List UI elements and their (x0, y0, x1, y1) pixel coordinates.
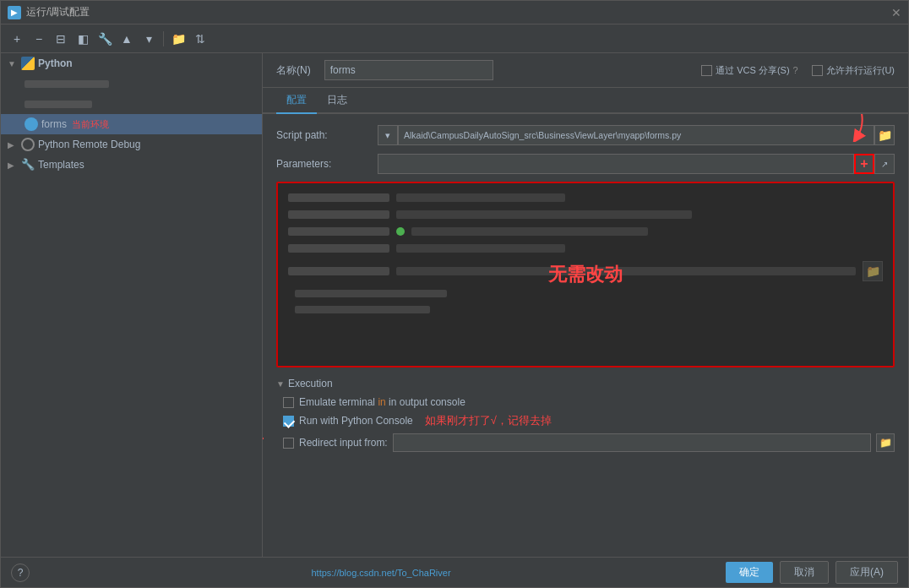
allow-parallel-row: 允许并行运行(U) (812, 64, 895, 77)
blurred-value-4 (396, 244, 565, 253)
emulate-text: Emulate terminal (299, 396, 375, 408)
vcs-help-icon[interactable]: ? (793, 65, 798, 75)
redirect-row: Redirect input from: 📁 (276, 433, 895, 452)
blurred-label-3 (288, 227, 389, 236)
sidebar-item-templates[interactable]: ▶ 🔧 Templates (1, 155, 262, 175)
script-path-input[interactable] (398, 125, 874, 145)
toolbar-separator (163, 31, 164, 46)
toolbar: + − ⊟ ◧ 🔧 ▲ ▾ 📁 ⇅ (1, 24, 908, 53)
name-label: 名称(N) (276, 63, 311, 78)
blurred-value-3 (411, 227, 648, 236)
blurred-item-1 (24, 80, 109, 88)
up-button[interactable]: ▲ (117, 30, 136, 48)
wrench-button[interactable]: 🔧 (95, 30, 114, 48)
footer: ? https://blog.csdn.net/To_ChaRiver 确定 取… (1, 557, 908, 587)
allow-parallel-checkbox[interactable] (812, 65, 823, 76)
blurred-subrow-1 (295, 290, 447, 297)
sort-button[interactable]: ⇅ (191, 30, 210, 48)
blurred-row-2 (288, 210, 883, 219)
folder-button[interactable]: 📁 (169, 30, 188, 48)
in-keyword: in (378, 396, 389, 408)
templates-label: Templates (38, 159, 84, 171)
vcs-share-checkbox[interactable] (701, 65, 712, 76)
emulate-terminal-checkbox[interactable] (283, 397, 294, 408)
parameters-label: Parameters: (276, 158, 378, 170)
add-index-arrow (819, 114, 869, 142)
sidebar-item-remote-debug[interactable]: ▶ Python Remote Debug (1, 134, 262, 155)
no-change-annotation: 无需改动 (548, 262, 623, 287)
run-console-arrow (263, 409, 272, 443)
sidebar-item-blurred1[interactable] (1, 74, 262, 94)
current-env-label: 当前环境 (72, 118, 109, 131)
templates-icon: 🔧 (21, 158, 35, 172)
blurred-subrow-2 (295, 306, 430, 313)
expand-arrow-python: ▼ (8, 58, 18, 68)
blurred-value-2 (396, 210, 692, 219)
script-path-row: Script path: ▾ 添加索引 (276, 124, 895, 146)
blurred-btn-5[interactable]: 📁 (863, 261, 883, 281)
sidebar: ▼ Python forms 当前环境 ▶ Python Remote De (1, 53, 263, 557)
dropdown-arrow-button[interactable]: ▾ (139, 30, 158, 48)
config-body: Script path: ▾ 添加索引 (263, 114, 908, 557)
redirect-label: Redirect input from: (299, 437, 388, 449)
blurred-config-section: 📁 无需改动 (276, 182, 895, 368)
python-icon (21, 57, 35, 70)
forms-label: forms (41, 118, 67, 130)
close-button[interactable]: ✕ (891, 6, 901, 19)
name-input[interactable] (324, 60, 493, 80)
redirect-input[interactable] (393, 433, 871, 452)
blurred-item-2 (24, 101, 92, 108)
emulate-terminal-label: Emulate terminal in in output console (299, 396, 465, 408)
tabs-bar: 配置 日志 (263, 88, 908, 114)
param-expand-button[interactable]: ↗ (874, 154, 895, 174)
script-path-folder-btn[interactable]: 📁 (874, 125, 895, 145)
tab-config[interactable]: 配置 (276, 88, 317, 114)
execution-section: ▼ Execution Emulate terminal in in outpu… (276, 378, 895, 452)
help-button[interactable]: ? (11, 564, 30, 582)
blurred-value-5 (396, 267, 856, 275)
remove-config-button[interactable]: − (30, 30, 48, 48)
sidebar-item-blurred2[interactable] (1, 94, 262, 114)
redirect-checkbox[interactable] (283, 438, 294, 449)
blurred-row-6 (295, 290, 883, 297)
main-window: ▶ 运行/调试配置 ✕ + − ⊟ ◧ 🔧 ▲ ▾ 📁 ⇅ ▼ Python (0, 0, 909, 588)
cancel-button[interactable]: 取消 (780, 561, 829, 584)
tab-log[interactable]: 日志 (317, 88, 357, 114)
copy-config-button[interactable]: ⊟ (52, 30, 70, 48)
parameters-row: Parameters: + ↗ (276, 153, 895, 175)
forms-icon (24, 117, 38, 131)
ok-button[interactable]: 确定 (726, 562, 773, 583)
add-param-button[interactable]: + (854, 154, 874, 174)
blurred-row-7 (295, 306, 883, 313)
save-config-button[interactable]: ◧ (73, 30, 92, 48)
vcs-share-label: 通过 VCS 分享(S) (716, 64, 789, 77)
sidebar-item-python[interactable]: ▼ Python (1, 53, 262, 74)
sidebar-item-forms[interactable]: forms 当前环境 (1, 114, 262, 134)
blurred-label-5 (288, 267, 389, 275)
vcs-share-row: 通过 VCS 分享(S) ? (701, 64, 798, 77)
execution-arrow: ▼ (276, 379, 285, 389)
config-header: 名称(N) 通过 VCS 分享(S) ? 允许并行运行(U) (263, 53, 908, 88)
title-bar: ▶ 运行/调试配置 ✕ (1, 1, 908, 24)
footer-url: https://blog.csdn.net/To_ChaRiver (311, 568, 450, 578)
main-content: ▼ Python forms 当前环境 ▶ Python Remote De (1, 53, 908, 557)
window-title: 运行/调试配置 (26, 5, 90, 19)
blurred-row-1 (288, 193, 883, 202)
debug-icon (21, 138, 35, 151)
parameters-input[interactable] (378, 154, 854, 174)
execution-label: Execution (288, 378, 333, 389)
add-config-button[interactable]: + (8, 30, 26, 48)
run-console-checkbox[interactable] (283, 416, 294, 427)
apply-button[interactable]: 应用(A) (836, 561, 898, 584)
redirect-folder-button[interactable]: 📁 (876, 433, 895, 452)
expand-arrow-debug: ▶ (8, 139, 18, 150)
blurred-row-4 (288, 244, 883, 253)
script-path-dropdown[interactable]: ▾ (378, 125, 398, 145)
emulate-terminal-row: Emulate terminal in in output console (276, 396, 895, 408)
blurred-label-2 (288, 210, 389, 219)
remote-debug-label: Python Remote Debug (38, 139, 140, 150)
output-text: in output console (389, 396, 465, 408)
allow-parallel-label: 允许并行运行(U) (826, 64, 895, 77)
app-icon: ▶ (8, 6, 21, 19)
right-panel: 名称(N) 通过 VCS 分享(S) ? 允许并行运行(U) 配置 日志 (263, 53, 908, 557)
